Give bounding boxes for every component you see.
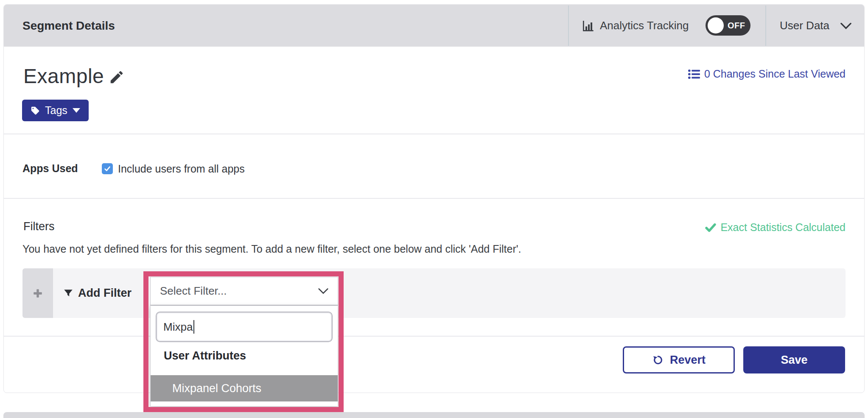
bar-chart-icon [581,19,595,33]
changes-since-last-viewed-link[interactable]: 0 Changes Since Last Viewed [688,68,846,80]
filter-funnel-icon [63,288,74,299]
dropdown-option-mixpanel-cohorts[interactable]: Mixpanel Cohorts [151,375,338,401]
tags-button-label: Tags [45,104,67,117]
changes-link-label: 0 Changes Since Last Viewed [704,68,846,80]
analytics-tracking-toggle[interactable]: OFF [706,15,750,36]
dropdown-group-label: User Attributes [164,349,246,362]
add-filter-label: Add Filter [78,287,132,300]
filter-dropdown-menu: Mixpa User Attributes Mixpanel Cohorts [150,306,338,407]
save-button-label: Save [781,354,807,367]
status-check-icon [705,223,716,232]
include-all-apps-label: Include users from all apps [118,163,245,175]
tag-icon [31,106,40,115]
text-cursor [193,320,194,334]
apps-used-label: Apps Used [22,162,78,175]
toggle-knob [708,17,724,33]
tags-button[interactable]: Tags [22,100,89,121]
toggle-state-label: OFF [728,15,745,36]
filters-description: You have not yet defined filters for thi… [22,243,521,255]
user-data-label: User Data [780,19,829,32]
segment-name: Example [23,64,104,88]
exact-statistics-label: Exact Statistics Calculated [720,221,846,234]
revert-button-label: Revert [670,354,706,367]
filters-heading: Filters [23,220,55,233]
exact-statistics-status: Exact Statistics Calculated [705,221,846,234]
analytics-tracking-label: Analytics Tracking [600,19,689,32]
filter-select-value: Select Filter... [160,284,227,298]
check-icon [104,165,111,173]
chevron-down-icon [318,288,328,294]
page: Segment Details Analytics Tracking OFF U… [0,0,868,418]
save-button[interactable]: Save [743,346,845,373]
caret-down-icon [73,108,80,113]
change-list-icon [688,69,700,79]
revert-button[interactable]: Revert [623,346,735,373]
section-divider [4,198,864,199]
filter-search-value: Mixpa [163,320,193,334]
page-title: Segment Details [22,5,115,47]
add-filter-plus-button[interactable] [22,268,53,318]
section-divider [4,134,864,134]
filter-search-input[interactable]: Mixpa [156,312,333,342]
add-filter-button[interactable]: Add Filter [63,268,132,318]
header-divider [765,6,766,46]
include-all-apps-checkbox[interactable] [102,163,113,174]
next-panel-header [3,412,865,418]
edit-pencil-icon[interactable] [109,69,125,85]
analytics-tracking-group: Analytics Tracking [581,5,689,47]
add-filter-row [22,268,846,318]
user-data-dropdown[interactable]: User Data [780,5,851,47]
chevron-down-icon [840,22,851,29]
filter-select[interactable]: Select Filter... [150,277,338,306]
undo-icon [652,354,664,366]
plus-icon [32,288,43,299]
header-divider [568,6,569,46]
section-divider [4,336,864,337]
